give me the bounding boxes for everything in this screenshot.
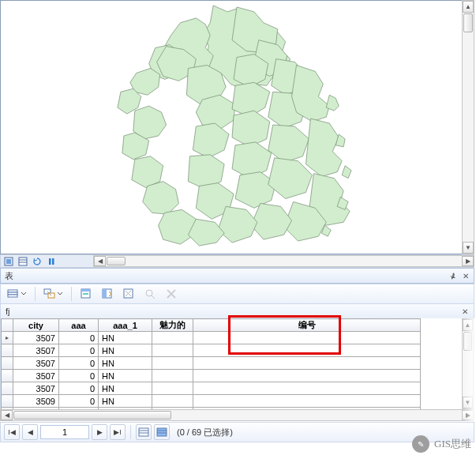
svg-rect-3: [19, 258, 27, 265]
svg-rect-2: [6, 259, 11, 264]
show-all-records-button[interactable]: [136, 424, 152, 440]
cell-bh[interactable]: [193, 357, 421, 370]
selection-status: (0 / 69 已选择): [177, 427, 233, 438]
cell-aaa[interactable]: 0: [59, 344, 99, 357]
map-canvas: [1, 1, 474, 254]
svg-rect-6: [49, 258, 51, 265]
attribute-table[interactable]: city aaa aaa_1 魅力的 编号 ▸35070HN35070HN350…: [0, 318, 474, 421]
column-header-aaa[interactable]: aaa: [59, 319, 99, 332]
watermark: ✎ GIS思维: [412, 435, 471, 453]
cell-ml[interactable]: [152, 370, 193, 382]
pin-icon[interactable]: [448, 270, 459, 281]
column-header-city[interactable]: city: [13, 319, 59, 332]
source-view-icon[interactable]: [17, 256, 28, 267]
row-selector[interactable]: [2, 382, 13, 395]
table-row[interactable]: ▸35070HN: [2, 332, 421, 344]
cell-ml[interactable]: [152, 332, 193, 344]
cell-aaa[interactable]: 0: [59, 370, 99, 382]
cell-aaa1[interactable]: HN: [99, 370, 152, 382]
table-panel-title: 表: [5, 270, 13, 282]
cell-ml[interactable]: [152, 357, 193, 370]
related-tables-button[interactable]: [40, 286, 66, 302]
svg-point-22: [146, 290, 152, 296]
cell-city[interactable]: 3509: [13, 395, 59, 408]
svg-line-23: [152, 295, 155, 299]
cell-aaa1[interactable]: HN: [99, 382, 152, 395]
layer-tab-label[interactable]: fj: [6, 307, 10, 316]
pause-icon[interactable]: [46, 256, 57, 267]
clear-selection-button[interactable]: [119, 286, 138, 302]
refresh-icon[interactable]: [32, 256, 43, 267]
map-horizontal-scrollbar[interactable]: ◀▶: [93, 255, 474, 267]
layer-tab-bar: fj ✕: [0, 304, 474, 318]
cell-city[interactable]: 3507: [13, 332, 59, 344]
table-row[interactable]: 35090HN: [2, 395, 421, 408]
cell-bh[interactable]: [193, 370, 421, 382]
cell-aaa[interactable]: 0: [59, 395, 99, 408]
cell-aaa1[interactable]: HN: [99, 357, 152, 370]
table-panel-header: 表 ✕: [0, 268, 474, 284]
nav-last-button[interactable]: ▶I: [110, 424, 126, 440]
cell-city[interactable]: 3507: [13, 382, 59, 395]
svg-rect-29: [157, 428, 167, 436]
svg-rect-15: [81, 289, 90, 292]
select-by-attributes-button[interactable]: [77, 286, 96, 302]
cell-aaa1[interactable]: HN: [99, 344, 152, 357]
cell-city[interactable]: 3507: [13, 357, 59, 370]
cell-aaa1[interactable]: HN: [99, 395, 152, 408]
cell-bh[interactable]: [193, 344, 421, 357]
svg-rect-26: [139, 428, 148, 436]
table-row[interactable]: 35070HN: [2, 357, 421, 370]
table-row[interactable]: 35070HN: [2, 344, 421, 357]
svg-rect-18: [103, 289, 107, 298]
cell-bh[interactable]: [193, 332, 421, 344]
show-selected-records-button[interactable]: [154, 424, 170, 440]
nav-next-button[interactable]: ▶: [92, 424, 107, 440]
svg-rect-7: [52, 258, 54, 265]
cell-city[interactable]: 3507: [13, 370, 59, 382]
watermark-text: GIS思维: [434, 437, 471, 451]
row-selector[interactable]: [2, 344, 13, 357]
row-selector[interactable]: [2, 395, 13, 408]
cell-aaa[interactable]: 0: [59, 357, 99, 370]
record-navigator: I◀ ◀ ▶ ▶I (0 / 69 已选择): [0, 422, 474, 442]
svg-rect-16: [83, 293, 88, 295]
panel-close-icon[interactable]: ✕: [460, 270, 471, 281]
svg-rect-10: [8, 295, 17, 297]
nav-record-input[interactable]: [40, 425, 89, 439]
switch-selection-button[interactable]: [98, 286, 117, 302]
cell-ml[interactable]: [152, 382, 193, 395]
table-options-button[interactable]: [4, 286, 30, 302]
cell-bh[interactable]: [193, 395, 421, 408]
row-selector[interactable]: [2, 357, 13, 370]
nav-prev-button[interactable]: ◀: [22, 424, 38, 440]
cell-aaa[interactable]: 0: [59, 382, 99, 395]
layer-tab-close-icon[interactable]: ✕: [459, 306, 470, 317]
table-row[interactable]: 35070HN: [2, 382, 421, 395]
cell-ml[interactable]: [152, 344, 193, 357]
row-header-corner[interactable]: [2, 319, 13, 332]
cell-aaa[interactable]: 0: [59, 332, 99, 344]
display-view-icon[interactable]: [3, 256, 14, 267]
table-toolbar: [0, 284, 474, 304]
table-vertical-scrollbar[interactable]: ▲▼: [462, 318, 474, 409]
map-vertical-scrollbar[interactable]: ▲▼: [462, 0, 474, 254]
row-selector[interactable]: [2, 370, 13, 382]
cell-ml[interactable]: [152, 395, 193, 408]
delete-selection-button[interactable]: [162, 286, 181, 302]
zoom-selection-button[interactable]: [141, 286, 159, 302]
row-selector[interactable]: ▸: [2, 332, 13, 344]
column-header-bh[interactable]: 编号: [193, 319, 421, 332]
cell-aaa1[interactable]: HN: [99, 332, 152, 344]
nav-first-button[interactable]: I◀: [4, 424, 20, 440]
column-header-ml[interactable]: 魅力的: [152, 319, 193, 332]
column-header-aaa1[interactable]: aaa_1: [99, 319, 152, 332]
cell-bh[interactable]: [193, 382, 421, 395]
cell-city[interactable]: 3507: [13, 344, 59, 357]
table-row[interactable]: 35070HN: [2, 370, 421, 382]
map-view[interactable]: [0, 0, 474, 254]
table-horizontal-scrollbar[interactable]: ◀▶: [0, 409, 474, 421]
watermark-icon: ✎: [412, 435, 429, 453]
